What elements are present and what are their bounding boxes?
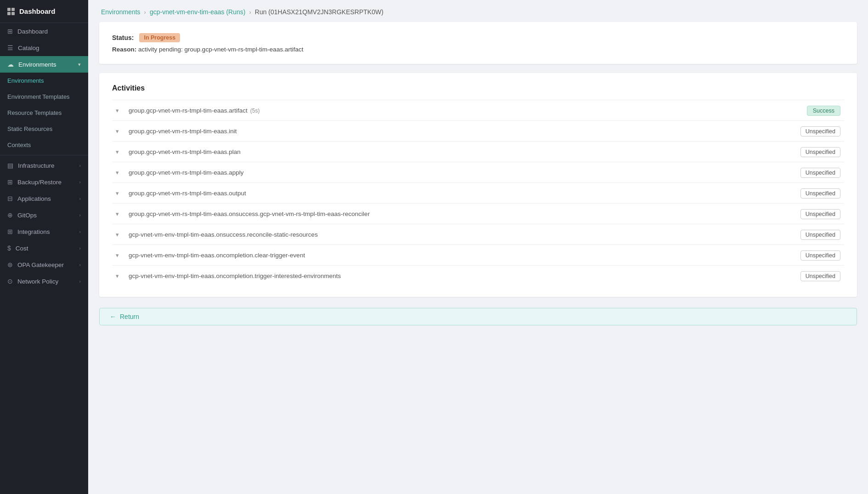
breadcrumb: Environments › gcp-vnet-vm-env-tim-eaas … bbox=[88, 0, 868, 22]
sidebar-item-opa[interactable]: ⊛ OPA Gatekeeper › bbox=[0, 256, 88, 273]
sidebar-item-applications[interactable]: ⊟ Applications › bbox=[0, 190, 88, 207]
sidebar-item-integrations[interactable]: ⊞ Integrations › bbox=[0, 223, 88, 240]
chevron-right-icon: › bbox=[79, 245, 81, 251]
chevron-down-icon: ▾ bbox=[78, 62, 81, 68]
breadcrumb-environments[interactable]: Environments bbox=[101, 8, 141, 16]
sidebar-item-contexts[interactable]: Contexts bbox=[0, 137, 88, 153]
sidebar-logo: Dashboard bbox=[0, 0, 88, 23]
breadcrumb-sep-2: › bbox=[249, 9, 251, 16]
sidebar-item-label: Infrastructure bbox=[18, 162, 55, 169]
sidebar-item-label: Backup/Restore bbox=[17, 179, 62, 186]
sidebar-sub-label: Resource Templates bbox=[7, 109, 62, 116]
table-row: ▾group.gcp-vnet-vm-rs-tmpl-tim-eaas.plan… bbox=[112, 142, 844, 162]
applications-icon: ⊟ bbox=[7, 195, 13, 202]
chevron-down-icon[interactable]: ▾ bbox=[112, 266, 125, 286]
chevron-right-icon: › bbox=[79, 229, 81, 234]
reason-value: activity pending: group.gcp-vnet-vm-rs-t… bbox=[138, 46, 303, 53]
sidebar-item-backup[interactable]: ⊞ Backup/Restore › bbox=[0, 174, 88, 190]
activities-card: Activities ▾group.gcp-vnet-vm-rs-tmpl-ti… bbox=[99, 73, 857, 297]
chevron-down-icon[interactable]: ▾ bbox=[112, 121, 125, 142]
gitops-icon: ⊕ bbox=[7, 211, 13, 219]
status-badge: Unspecified bbox=[800, 250, 840, 261]
status-badge: In Progress bbox=[139, 33, 180, 42]
sidebar-sub-label: Environments bbox=[7, 77, 44, 84]
activity-status-cell: Unspecified bbox=[729, 224, 844, 245]
chevron-down-icon[interactable]: ▾ bbox=[112, 100, 125, 121]
sidebar-item-label: Applications bbox=[17, 195, 51, 202]
sidebar-item-label: OPA Gatekeeper bbox=[17, 261, 64, 268]
chevron-down-icon[interactable]: ▾ bbox=[112, 224, 125, 245]
chevron-down-icon[interactable]: ▾ bbox=[112, 183, 125, 204]
table-row: ▾group.gcp-vnet-vm-rs-tmpl-tim-eaas.arti… bbox=[112, 100, 844, 121]
chevron-right-icon: › bbox=[79, 196, 81, 201]
activity-name: group.gcp-vnet-vm-rs-tmpl-tim-eaas.onsuc… bbox=[125, 204, 729, 224]
status-label: Status: bbox=[112, 34, 134, 41]
sidebar-item-label: Dashboard bbox=[17, 28, 48, 35]
sidebar-item-gitops[interactable]: ⊕ GitOps › bbox=[0, 207, 88, 223]
backup-icon: ⊞ bbox=[7, 178, 13, 186]
breadcrumb-run-env[interactable]: gcp-vnet-vm-env-tim-eaas (Runs) bbox=[150, 8, 246, 16]
status-badge: Unspecified bbox=[800, 188, 840, 199]
activities-table: ▾group.gcp-vnet-vm-rs-tmpl-tim-eaas.arti… bbox=[112, 100, 844, 286]
sidebar-sub-label: Contexts bbox=[7, 142, 31, 148]
network-icon: ⊙ bbox=[7, 278, 13, 285]
chevron-right-icon: › bbox=[79, 163, 81, 168]
table-row: ▾group.gcp-vnet-vm-rs-tmpl-tim-eaas.onsu… bbox=[112, 204, 844, 224]
activity-status-cell: Unspecified bbox=[729, 162, 844, 183]
sidebar-item-infrastructure[interactable]: ▤ Infrastructure › bbox=[0, 157, 88, 174]
chevron-down-icon[interactable]: ▾ bbox=[112, 142, 125, 162]
sidebar-item-label: GitOps bbox=[17, 212, 37, 219]
status-row: Status: In Progress bbox=[112, 33, 844, 42]
sidebar-item-label: Cost bbox=[16, 245, 28, 252]
cost-icon: $ bbox=[7, 244, 11, 252]
main-content: Environments › gcp-vnet-vm-env-tim-eaas … bbox=[88, 0, 868, 494]
activity-name: group.gcp-vnet-vm-rs-tmpl-tim-eaas.artif… bbox=[125, 100, 729, 121]
activity-time: (5s) bbox=[250, 108, 260, 114]
chevron-down-icon[interactable]: ▾ bbox=[112, 245, 125, 266]
sidebar-logo-label: Dashboard bbox=[19, 7, 55, 15]
sidebar-item-dashboard[interactable]: ⊞ Dashboard bbox=[0, 23, 88, 40]
sidebar-item-env-templates[interactable]: Environment Templates bbox=[0, 89, 88, 105]
table-row: ▾group.gcp-vnet-vm-rs-tmpl-tim-eaas.outp… bbox=[112, 183, 844, 204]
activity-name: group.gcp-vnet-vm-rs-tmpl-tim-eaas.apply bbox=[125, 162, 729, 183]
sidebar-sub-label: Environment Templates bbox=[7, 93, 70, 100]
sidebar-item-static-resources[interactable]: Static Resources bbox=[0, 121, 88, 137]
activity-name: group.gcp-vnet-vm-rs-tmpl-tim-eaas.init bbox=[125, 121, 729, 142]
table-row: ▾gcp-vnet-vm-env-tmpl-tim-eaas.oncomplet… bbox=[112, 245, 844, 266]
environments-icon: ☁ bbox=[7, 61, 14, 68]
activity-name: group.gcp-vnet-vm-rs-tmpl-tim-eaas.outpu… bbox=[125, 183, 729, 204]
status-badge: Unspecified bbox=[800, 230, 840, 240]
breadcrumb-current: Run (01HASX21QMV2JN3RGKESRPTK0W) bbox=[255, 8, 383, 16]
chevron-down-icon[interactable]: ▾ bbox=[112, 204, 125, 224]
table-row: ▾group.gcp-vnet-vm-rs-tmpl-tim-eaas.init… bbox=[112, 121, 844, 142]
sidebar-item-cost[interactable]: $ Cost › bbox=[0, 240, 88, 256]
activity-name: group.gcp-vnet-vm-rs-tmpl-tim-eaas.plan bbox=[125, 142, 729, 162]
activity-name: gcp-vnet-vm-env-tmpl-tim-eaas.onsuccess.… bbox=[125, 224, 729, 245]
sidebar-item-catalog[interactable]: ☰ Catalog bbox=[0, 40, 88, 56]
breadcrumb-sep-1: › bbox=[144, 9, 146, 16]
sidebar-divider bbox=[0, 155, 88, 155]
chevron-right-icon: › bbox=[79, 262, 81, 267]
sidebar-item-environments-sub[interactable]: Environments bbox=[0, 73, 88, 89]
reason-label: Reason: bbox=[112, 46, 136, 53]
activity-status-cell: Unspecified bbox=[729, 121, 844, 142]
chevron-down-icon[interactable]: ▾ bbox=[112, 162, 125, 183]
sidebar-item-network[interactable]: ⊙ Network Policy › bbox=[0, 273, 88, 290]
activities-title: Activities bbox=[112, 84, 844, 92]
activity-name: gcp-vnet-vm-env-tmpl-tim-eaas.oncompleti… bbox=[125, 245, 729, 266]
return-label: Return bbox=[120, 313, 139, 320]
sidebar-item-label: Integrations bbox=[17, 228, 50, 235]
return-button[interactable]: ← Return bbox=[99, 308, 857, 325]
grid-icon bbox=[7, 8, 15, 15]
sidebar-item-resource-templates[interactable]: Resource Templates bbox=[0, 105, 88, 121]
table-row: ▾group.gcp-vnet-vm-rs-tmpl-tim-eaas.appl… bbox=[112, 162, 844, 183]
integrations-icon: ⊞ bbox=[7, 228, 13, 235]
sidebar-item-environments[interactable]: ☁ Environments ▾ bbox=[0, 56, 88, 73]
activity-status-cell: Unspecified bbox=[729, 245, 844, 266]
sidebar-sub-label: Static Resources bbox=[7, 125, 52, 132]
activity-status-cell: Unspecified bbox=[729, 266, 844, 286]
status-badge: Unspecified bbox=[800, 147, 840, 157]
chevron-right-icon: › bbox=[79, 179, 81, 185]
sidebar-item-label: Network Policy bbox=[17, 278, 58, 285]
chevron-right-icon: › bbox=[79, 278, 81, 284]
